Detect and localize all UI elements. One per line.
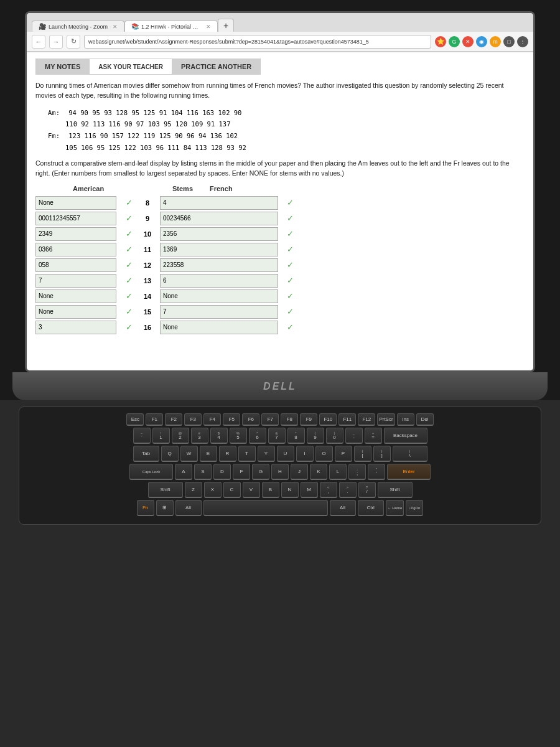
- key-backslash[interactable]: |\: [393, 446, 427, 462]
- tab-zoom[interactable]: 🎥 Launch Meeting - Zoom ✕: [32, 21, 124, 32]
- french-cell-5[interactable]: [160, 274, 284, 288]
- key-4[interactable]: $4: [210, 428, 228, 444]
- key-capslock[interactable]: Caps Lock: [129, 464, 173, 480]
- american-cell-2[interactable]: [35, 227, 123, 241]
- practice-another-button[interactable]: PRACTICE ANOTHER: [172, 59, 260, 74]
- key-e[interactable]: E: [200, 446, 217, 462]
- key-lbracket[interactable]: {[: [354, 446, 371, 462]
- key-semicolon[interactable]: :;: [348, 464, 366, 480]
- key-delete[interactable]: Del: [416, 413, 434, 426]
- address-bar[interactable]: webassign.net/web/Student/Assignment-Res…: [84, 35, 431, 49]
- key-comma[interactable]: <,: [320, 482, 337, 498]
- key-9[interactable]: (9: [307, 428, 324, 444]
- back-button[interactable]: ←: [32, 35, 45, 49]
- key-esc[interactable]: Esc: [126, 413, 144, 426]
- key-period[interactable]: >.: [339, 482, 357, 498]
- key-8[interactable]: *8: [287, 428, 305, 444]
- key-rbracket[interactable]: }]: [373, 446, 391, 462]
- french-input-6[interactable]: [160, 289, 278, 303]
- key-equal[interactable]: +=: [365, 428, 382, 444]
- key-backspace[interactable]: Backspace: [384, 428, 427, 444]
- key-x[interactable]: X: [204, 482, 222, 498]
- browser-icon-5[interactable]: m: [490, 36, 501, 47]
- key-f9[interactable]: F9: [300, 413, 317, 426]
- key-fn[interactable]: Fn: [137, 500, 154, 516]
- key-m[interactable]: M: [301, 482, 318, 498]
- browser-icon-7[interactable]: ⋮: [517, 36, 528, 47]
- ask-teacher-button[interactable]: ASK YOUR TEACHER: [90, 59, 172, 74]
- tab-homework[interactable]: 📚 1.2 Hmwk - Pictorial & Tabular M ✕: [124, 21, 218, 32]
- zoom-tab-close[interactable]: ✕: [113, 24, 118, 30]
- key-f10[interactable]: F10: [319, 413, 337, 426]
- key-q[interactable]: Q: [161, 446, 179, 462]
- key-f4[interactable]: F4: [203, 413, 221, 426]
- key-b[interactable]: B: [262, 482, 279, 498]
- refresh-button[interactable]: ↻: [67, 35, 80, 49]
- key-3[interactable]: #3: [191, 428, 208, 444]
- french-input-3[interactable]: [160, 243, 278, 256]
- my-notes-button[interactable]: MY NOTES: [36, 59, 90, 74]
- american-input-3[interactable]: [35, 243, 116, 256]
- french-cell-1[interactable]: [160, 212, 284, 225]
- french-cell-4[interactable]: [160, 258, 284, 272]
- american-input-7[interactable]: [35, 305, 116, 319]
- key-win[interactable]: ⊞: [156, 500, 174, 516]
- french-input-5[interactable]: [160, 274, 278, 288]
- key-p[interactable]: P: [335, 446, 352, 462]
- key-insert[interactable]: Ins: [397, 413, 414, 426]
- french-input-7[interactable]: [160, 305, 278, 319]
- forward-button[interactable]: →: [49, 35, 63, 49]
- key-f8[interactable]: F8: [281, 413, 298, 426]
- key-f5[interactable]: F5: [223, 413, 240, 426]
- key-pgdn[interactable]: ↓PgDn: [406, 500, 423, 516]
- key-lshift[interactable]: Shift: [148, 482, 183, 498]
- key-backtick[interactable]: ~`: [133, 428, 151, 444]
- key-s[interactable]: S: [194, 464, 212, 480]
- french-input-8[interactable]: [160, 321, 278, 334]
- key-7[interactable]: &7: [268, 428, 286, 444]
- key-0[interactable]: )0: [326, 428, 343, 444]
- american-cell-7[interactable]: [35, 305, 123, 319]
- browser-icon-4[interactable]: ◉: [476, 36, 487, 47]
- key-f[interactable]: F: [233, 464, 250, 480]
- american-cell-8[interactable]: [35, 321, 123, 334]
- key-f2[interactable]: F2: [165, 413, 182, 426]
- key-j[interactable]: J: [291, 464, 308, 480]
- key-enter[interactable]: Enter: [387, 464, 431, 480]
- key-k[interactable]: K: [310, 464, 327, 480]
- browser-icon-2[interactable]: G: [449, 36, 460, 47]
- american-input-0[interactable]: [35, 196, 116, 210]
- browser-icon-1[interactable]: ⭐: [435, 36, 446, 47]
- american-input-5[interactable]: [35, 274, 116, 288]
- american-cell-6[interactable]: [35, 289, 123, 303]
- french-input-0[interactable]: [160, 196, 278, 210]
- key-g[interactable]: G: [252, 464, 269, 480]
- french-cell-2[interactable]: [160, 227, 284, 241]
- key-u[interactable]: U: [277, 446, 294, 462]
- key-f6[interactable]: F6: [242, 413, 259, 426]
- key-i[interactable]: I: [296, 446, 314, 462]
- american-cell-3[interactable]: [35, 243, 123, 256]
- key-5[interactable]: %5: [230, 428, 247, 444]
- key-quote[interactable]: "': [368, 464, 385, 480]
- key-tab[interactable]: Tab: [133, 446, 159, 462]
- key-slash[interactable]: ?/: [358, 482, 376, 498]
- new-tab-button[interactable]: +: [218, 19, 234, 32]
- key-f1[interactable]: F1: [146, 413, 163, 426]
- key-o[interactable]: O: [315, 446, 333, 462]
- key-v[interactable]: V: [243, 482, 260, 498]
- american-cell-0[interactable]: [35, 196, 123, 210]
- french-cell-3[interactable]: [160, 243, 284, 256]
- hw-tab-close[interactable]: ✕: [206, 24, 211, 30]
- american-input-4[interactable]: [35, 258, 116, 272]
- key-d[interactable]: D: [213, 464, 231, 480]
- key-f3[interactable]: F3: [184, 413, 202, 426]
- key-rshift[interactable]: Shift: [378, 482, 413, 498]
- french-input-1[interactable]: [160, 212, 278, 225]
- key-c[interactable]: C: [223, 482, 241, 498]
- key-f7[interactable]: F7: [261, 413, 279, 426]
- key-minus[interactable]: _-: [345, 428, 363, 444]
- american-input-8[interactable]: [35, 321, 116, 334]
- american-cell-1[interactable]: [35, 212, 123, 225]
- key-a[interactable]: A: [175, 464, 192, 480]
